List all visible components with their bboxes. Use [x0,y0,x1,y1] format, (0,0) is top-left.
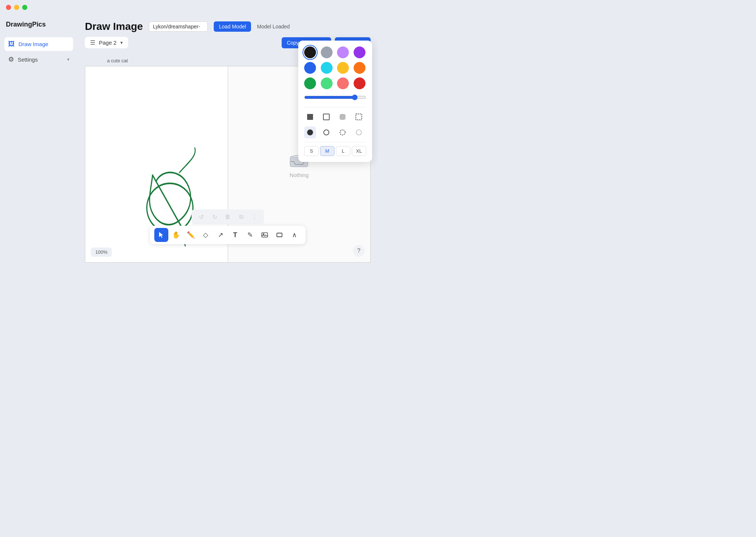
brush-thin-circle[interactable] [353,127,365,138]
color-red[interactable] [354,77,365,89]
page-title: Draw Image [85,21,143,32]
sidebar-item-settings[interactable]: ⚙ Settings ▾ [4,52,73,66]
draw-image-icon: 🖼 [8,40,15,48]
brush-outlined-circle[interactable] [320,127,332,138]
color-light-green[interactable] [321,77,333,89]
brush-slider-row [304,94,366,102]
edit-tool-button[interactable]: ✎ [243,228,257,242]
size-xl-button[interactable]: XL [352,146,366,156]
model-loaded-status: Model Loaded [257,24,290,30]
brush-size-slider[interactable] [304,94,366,100]
zoom-indicator: 100% [91,247,112,257]
svg-point-13 [324,130,329,135]
popup-divider-1 [304,107,366,107]
circle-style-grid [304,127,366,138]
svg-rect-8 [307,114,313,120]
svg-point-12 [307,129,313,135]
nothing-text: Nothing [289,172,309,178]
svg-rect-11 [356,114,362,120]
svg-rect-5 [262,233,268,237]
page-label: Page 2 [99,39,117,46]
brush-style-grid [304,111,366,123]
delete-button[interactable]: 🗑 [222,211,234,223]
model-input[interactable] [149,21,208,32]
page-header: Draw Image Load Model Model Loaded [85,21,371,32]
page-selector[interactable]: ☰ Page 2 ▾ [85,37,128,48]
color-orange[interactable] [354,62,365,74]
svg-rect-7 [277,233,282,237]
popup-divider-2 [304,142,366,142]
pen-tool-button[interactable]: ✏️ [184,228,198,242]
color-cyan[interactable] [321,62,333,74]
redo-button[interactable]: ↻ [209,211,220,223]
color-blue[interactable] [304,62,316,74]
minimize-button[interactable] [14,5,19,10]
canvas-label: a cute cat [107,58,128,63]
color-pink[interactable] [337,77,349,89]
sidebar-settings-label: Settings [18,56,38,63]
text-tool-button[interactable]: T [228,228,242,242]
zoom-level: 100% [95,249,107,255]
color-purple[interactable] [354,46,365,58]
svg-point-14 [340,130,345,135]
chevron-down-icon: ▾ [67,57,69,62]
image-tool-button[interactable] [258,228,272,242]
load-model-button[interactable]: Load Model [214,21,251,32]
bottom-tool-bar: ✋ ✏️ ◇ ↗ T ✎ [150,226,306,244]
brush-solid-square[interactable] [304,111,316,123]
brush-dotted-circle[interactable] [337,127,348,138]
brush-outlined-square[interactable] [320,111,332,123]
sidebar: DrawingPics 🖼 Draw Image ⚙ Settings ▾ [0,15,78,268]
brush-rounded-square[interactable] [337,111,348,123]
color-black[interactable] [304,46,316,58]
color-gray[interactable] [321,46,333,58]
chevron-down-icon: ▾ [120,40,123,45]
more-actions-button[interactable]: ⋮ [248,211,260,223]
hand-tool-button[interactable]: ✋ [169,228,183,242]
size-s-button[interactable]: S [304,146,319,156]
undo-button[interactable]: ↺ [195,211,207,223]
bottom-toolbar-wrapper: ↺ ↻ 🗑 ⧉ ⋮ ✋ ✏️ ◇ ↗ T [150,209,306,244]
size-m-button[interactable]: M [320,146,334,156]
settings-icon: ⚙ [8,55,14,63]
brush-dotted-square[interactable] [353,111,365,123]
svg-point-15 [356,130,361,135]
color-picker-popup: S M L XL [298,41,372,162]
sidebar-draw-image-label: Draw Image [18,41,48,47]
color-dark-green[interactable] [304,77,316,89]
titlebar [0,0,378,15]
eraser-tool-button[interactable]: ◇ [199,228,213,242]
size-row: S M L XL [304,146,366,156]
close-button[interactable] [6,5,11,10]
svg-rect-10 [340,114,346,120]
brush-solid-circle[interactable] [304,127,316,138]
help-button[interactable]: ? [353,245,365,257]
duplicate-button[interactable]: ⧉ [235,211,247,223]
arrow-tool-button[interactable]: ↗ [213,228,227,242]
more-tools-button[interactable]: ∧ [287,228,301,242]
color-grid [304,46,366,89]
sidebar-item-draw-image[interactable]: 🖼 Draw Image [4,37,73,51]
hamburger-icon: ☰ [90,39,95,46]
svg-rect-9 [323,114,329,120]
app-name: DrawingPics [4,21,73,28]
rect-tool-button[interactable] [272,228,286,242]
color-lavender[interactable] [337,46,349,58]
bottom-action-bar: ↺ ↻ 🗑 ⧉ ⋮ [192,209,264,224]
maximize-button[interactable] [22,5,27,10]
size-l-button[interactable]: L [336,146,350,156]
select-tool-button[interactable] [154,228,168,242]
color-peach[interactable] [337,62,349,74]
traffic-lights [6,5,27,10]
